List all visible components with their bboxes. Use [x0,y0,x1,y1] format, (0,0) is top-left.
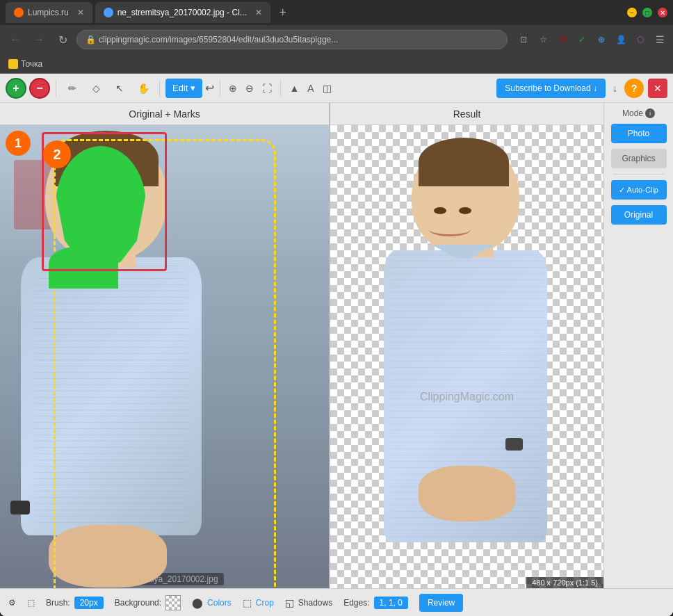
shadows-label[interactable]: Shadows [298,598,332,608]
badge-2: 2 [43,140,71,168]
address-input[interactable]: 🔒 clippingmagic.com/images/65952804/edit… [76,30,508,49]
toolbar-separator-1 [56,80,56,97]
text-button[interactable]: A [305,83,316,94]
photo-mode-button[interactable]: Photo [611,124,667,143]
zoom-in-button[interactable]: ⊕ [226,83,240,94]
auto-clip-button[interactable]: ✓ Auto-Clip [611,180,667,200]
bookmark-item[interactable]: Точка [8,59,42,69]
settings-item[interactable]: ⚙ [8,598,16,608]
shadows-item[interactable]: ◱ Shadows [285,597,332,608]
pencil-button[interactable]: ✏ [62,78,83,99]
main-content: Original + Marks [0,103,673,588]
result-canvas[interactable]: ClippingMagic.com 480 x 720px (1:1.5) [330,125,603,588]
edit-label: Edit [172,83,188,93]
tab-favicon-2 [104,8,113,17]
result-hair [419,138,509,186]
background-label: Background: [115,598,161,608]
result-panel: Result [330,103,603,588]
toolbar-separator-2 [159,80,160,97]
zoom-out-button[interactable]: ⊖ [243,83,257,94]
browser-frame: Lumpics.ru ✕ ne_stremitsya_20170002.jpg … [0,0,673,616]
menu-icon[interactable]: ☰ [652,32,667,47]
hand-button[interactable]: ✋ [133,78,154,99]
brush-size-value[interactable]: 20px [74,597,104,609]
result-eye-right [459,207,471,214]
edges-value[interactable]: 1, 1, 0 [374,597,408,609]
edit-button[interactable]: Edit ▾ [165,79,202,98]
title-bar: Lumpics.ru ✕ ne_stremitsya_20170002.jpg … [0,0,673,25]
tab-lumpics[interactable]: Lumpics.ru ✕ [6,2,92,23]
tab-clipping[interactable]: ne_stremitsya_20170002.jpg - Cl... ✕ [95,2,270,23]
new-tab-button[interactable]: + [273,3,293,22]
check-icon[interactable]: ✓ [574,32,590,47]
tab-favicon-1 [14,8,24,17]
maximize-button[interactable]: □ [642,8,652,17]
original-label: Original + Marks [129,108,200,120]
back-button[interactable]: ← [6,30,25,49]
forward-button[interactable]: → [29,30,49,49]
eraser-button[interactable]: ◇ [86,78,106,99]
fit-button[interactable]: ⛶ [259,83,275,94]
badge-1: 1 [6,131,31,156]
edit-arrow-icon: ▾ [190,83,195,93]
remove-background-button[interactable]: − [29,78,50,99]
compare-button[interactable]: ◫ [320,83,334,94]
mode-info-icon[interactable]: i [645,108,655,118]
bookmark-icon[interactable]: ☆ [535,32,551,47]
sidebar-separator [613,174,664,175]
tab-label-2: ne_stremitsya_20170002.jpg - Cl... [117,8,247,17]
settings-icon: ⚙ [8,598,16,608]
subscribe-button[interactable]: Subscribe to Download ↓ [496,79,606,98]
minimize-button[interactable]: − [627,8,637,17]
close-window-button[interactable]: ✕ [658,8,667,17]
tab-close-1[interactable]: ✕ [77,8,84,17]
tab-label-1: Lumpics.ru [28,8,69,17]
colors-item[interactable]: ⬤ Colors [192,597,232,608]
crop-resize-icon: ⬚ [27,598,35,608]
undo-button[interactable]: ↩ [205,81,214,95]
brush-item: Brush: 20px [46,597,104,609]
cast-icon[interactable]: ⊡ [516,32,531,47]
crop-label[interactable]: Crop [256,598,274,608]
bookmark-bar: Точка [0,54,673,74]
close-editor-button[interactable]: ✕ [648,79,667,98]
result-label: Result [453,108,481,120]
opera-icon[interactable]: O [555,32,570,47]
watch [10,501,30,514]
crop-item[interactable]: ⬚ Crop [243,597,274,608]
result-eye-left [434,207,446,214]
background-swatch[interactable] [165,595,181,610]
editor-panel: Original + Marks [0,103,330,588]
original-canvas[interactable]: 1 2 ne_stremitsya_20170002.jpg [0,125,329,588]
user-icon[interactable]: 👤 [613,32,629,47]
cursor-button[interactable]: ↖ [109,78,130,99]
watermark: ClippingMagic.com [420,391,514,403]
toolbar-separator-3 [220,80,220,97]
globe-icon[interactable]: ⊕ [594,32,609,47]
tab-close-2[interactable]: ✕ [255,8,262,17]
graphics-mode-button[interactable]: Graphics [611,149,667,168]
refresh-button[interactable]: ↻ [53,30,72,49]
address-bar: ← → ↻ 🔒 clippingmagic.com/images/6595280… [0,25,673,54]
download-button[interactable]: ↓ [610,83,620,94]
arrow-up-button[interactable]: ▲ [286,83,302,94]
extension-icon[interactable]: ⬡ [633,32,648,47]
colors-circle-icon: ⬤ [192,597,203,608]
colors-label[interactable]: Colors [207,598,232,608]
add-foreground-button[interactable]: + [6,78,26,99]
address-text: clippingmagic.com/images/65952804/edit/a… [99,35,338,44]
help-button[interactable]: ? [624,79,644,98]
original-view-button[interactable]: Original [611,205,667,225]
result-smile [429,222,471,236]
window-controls: − □ ✕ [627,8,667,17]
result-person-container [377,132,558,577]
toolbar-right: Subscribe to Download ↓ ↓ ? ✕ [496,79,667,98]
toolbar-separator-4 [280,80,281,97]
crop-resize-item[interactable]: ⬚ [27,598,35,608]
review-button[interactable]: Review [419,594,463,612]
shadows-icon: ◱ [285,597,294,608]
result-hands [419,466,516,521]
original-panel-header: Original + Marks [0,103,329,125]
crop-icon: ⬚ [243,597,252,608]
result-panel-header: Result [330,103,603,125]
